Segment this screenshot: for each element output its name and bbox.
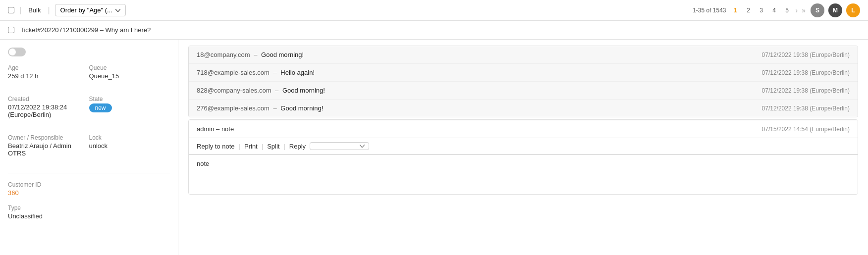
chevron-down-icon — [115, 9, 120, 12]
note-body-text: note — [197, 160, 209, 167]
toolbar-left: | Bulk | Order by "Age" (... — [8, 4, 126, 16]
created-label: Created — [8, 96, 89, 102]
msg-email-2: 828@company-sales.com — [197, 87, 271, 94]
left-panel: Age 259 d 12 h Queue Queue_15 Created 07… — [0, 40, 178, 255]
msg-dash-0: – — [254, 51, 259, 58]
page-1[interactable]: 1 — [730, 5, 741, 16]
page-2[interactable]: 2 — [743, 5, 754, 16]
toolbar-right: 1-35 of 1543 1 2 3 4 5 › » S M L — [693, 3, 860, 17]
msg-date-0: 07/12/2022 19:38 (Europe/Berlin) — [762, 51, 850, 58]
avatar-s[interactable]: S — [811, 3, 824, 17]
msg-subject-1: Hello again! — [280, 69, 315, 76]
admin-note-header: admin – note 07/15/2022 14:54 (Europe/Be… — [189, 120, 858, 138]
msg-date-1: 07/12/2022 19:38 (Europe/Berlin) — [762, 69, 850, 76]
toolbar-divider2: | — [48, 6, 50, 15]
state-badge: new — [89, 103, 112, 112]
bulk-checkbox[interactable] — [8, 7, 14, 13]
bulk-button[interactable]: Bulk — [26, 5, 43, 15]
type-label: Type — [8, 204, 170, 211]
avatar-m[interactable]: M — [828, 3, 842, 17]
next-page-nav[interactable]: › — [795, 6, 799, 14]
age-queue-row: Age 259 d 12 h Queue Queue_15 — [8, 64, 170, 88]
state-label: State — [89, 96, 170, 102]
msg-subject-0: Good morning! — [261, 51, 304, 58]
msg-subject-2: Good morning! — [282, 87, 325, 94]
owner-field: Owner / Responsible Beatriz Araujo / Adm… — [8, 134, 89, 157]
msg-dash-2: – — [275, 87, 280, 94]
type-field: Type Unclassified — [8, 204, 170, 220]
message-item-3[interactable]: 276@example-sales.com – Good morning! 07… — [189, 100, 858, 117]
switch-knob — [9, 49, 16, 55]
message-sender-0: 18@company.com – Good morning! — [197, 51, 304, 58]
created-field: Created 07/12/2022 19:38:24 (Europe/Berl… — [8, 96, 89, 118]
split-link[interactable]: Split — [267, 143, 279, 150]
action-div-3: | — [283, 143, 285, 150]
toggle-switch[interactable] — [8, 48, 26, 56]
admin-note-date: 07/15/2022 14:54 (Europe/Berlin) — [762, 126, 850, 133]
print-link[interactable]: Print — [244, 143, 258, 150]
note-body: note — [189, 154, 858, 194]
lock-col: Lock unlock — [89, 134, 170, 165]
page-4[interactable]: 4 — [769, 5, 780, 16]
action-div-1: | — [239, 143, 240, 150]
admin-note-subject: note — [221, 125, 234, 133]
last-page-nav[interactable]: » — [801, 6, 807, 14]
msg-email-1: 718@example-sales.com — [197, 69, 270, 76]
admin-note-sender: admin – note — [197, 125, 234, 133]
customer-id-field: Customer ID 360 — [8, 181, 170, 197]
created-value: 07/12/2022 19:38:24 (Europe/Berlin) — [8, 103, 89, 118]
main-content: Age 259 d 12 h Queue Queue_15 Created 07… — [0, 40, 868, 255]
msg-date-2: 07/12/2022 19:38 (Europe/Berlin) — [762, 87, 850, 94]
msg-email-3: 276@example-sales.com — [197, 104, 270, 112]
state-field: State new — [89, 96, 170, 112]
pagination-info: 1-35 of 1543 — [693, 7, 726, 14]
toolbar: | Bulk | Order by "Age" (... 1-35 of 154… — [0, 0, 868, 21]
msg-dash-1: – — [273, 69, 279, 76]
customer-id-label: Customer ID — [8, 181, 170, 188]
lock-label: Lock — [89, 134, 170, 141]
admin-note-email: admin — [197, 125, 214, 133]
message-list: 18@company.com – Good morning! 07/12/202… — [188, 46, 858, 117]
owner-lock-row: Owner / Responsible Beatriz Araujo / Adm… — [8, 134, 170, 165]
divider — [8, 173, 170, 173]
queue-field: Queue Queue_15 — [89, 64, 170, 80]
reply-to-note-link[interactable]: Reply to note — [197, 143, 235, 150]
message-item-2[interactable]: 828@company-sales.com – Good morning! 07… — [189, 82, 858, 100]
action-bar: Reply to note | Print | Split | Reply — [189, 138, 858, 154]
customer-id-value[interactable]: 360 — [8, 189, 170, 197]
order-label: Order by "Age" (... — [60, 6, 112, 14]
message-sender-3: 276@example-sales.com – Good morning! — [197, 104, 323, 112]
age-col: Age 259 d 12 h — [8, 64, 89, 88]
message-sender-1: 718@example-sales.com – Hello again! — [197, 69, 315, 76]
state-col: State new — [89, 96, 170, 126]
article-card: admin – note 07/15/2022 14:54 (Europe/Be… — [188, 119, 858, 195]
message-item-0[interactable]: 18@company.com – Good morning! 07/12/202… — [189, 46, 858, 64]
right-panel: 18@company.com – Good morning! 07/12/202… — [178, 40, 868, 255]
owner-col: Owner / Responsible Beatriz Araujo / Adm… — [8, 134, 89, 165]
msg-subject-3: Good morning! — [280, 104, 323, 112]
age-field: Age 259 d 12 h — [8, 64, 89, 80]
queue-label: Queue — [89, 64, 170, 71]
owner-label: Owner / Responsible — [8, 134, 89, 141]
ticket-checkbox[interactable] — [8, 27, 14, 33]
toolbar-divider: | — [19, 6, 21, 15]
order-button[interactable]: Order by "Age" (... — [55, 4, 126, 16]
queue-value: Queue_15 — [89, 72, 170, 80]
message-item-1[interactable]: 718@example-sales.com – Hello again! 07/… — [189, 64, 858, 82]
avatar-l[interactable]: L — [846, 3, 860, 17]
admin-note-dash: – — [216, 125, 221, 133]
page-3[interactable]: 3 — [756, 5, 767, 16]
age-label: Age — [8, 64, 89, 71]
msg-dash-3: – — [273, 104, 279, 112]
ticket-title: Ticket#2022071210000299 – Why am I here? — [20, 26, 151, 34]
switch-track[interactable] — [8, 48, 26, 56]
msg-email-0: 18@company.com — [197, 51, 250, 58]
msg-date-3: 07/12/2022 19:38 (Europe/Berlin) — [762, 105, 850, 112]
message-sender-2: 828@company-sales.com – Good morning! — [197, 87, 325, 94]
page-5[interactable]: 5 — [782, 5, 793, 16]
owner-value: Beatriz Araujo / Admin OTRS — [8, 142, 89, 157]
lock-field: Lock unlock — [89, 134, 170, 150]
reply-link[interactable]: Reply — [289, 143, 306, 150]
compose-select[interactable] — [310, 142, 369, 150]
page-numbers: 1 2 3 4 5 › » — [730, 5, 807, 16]
